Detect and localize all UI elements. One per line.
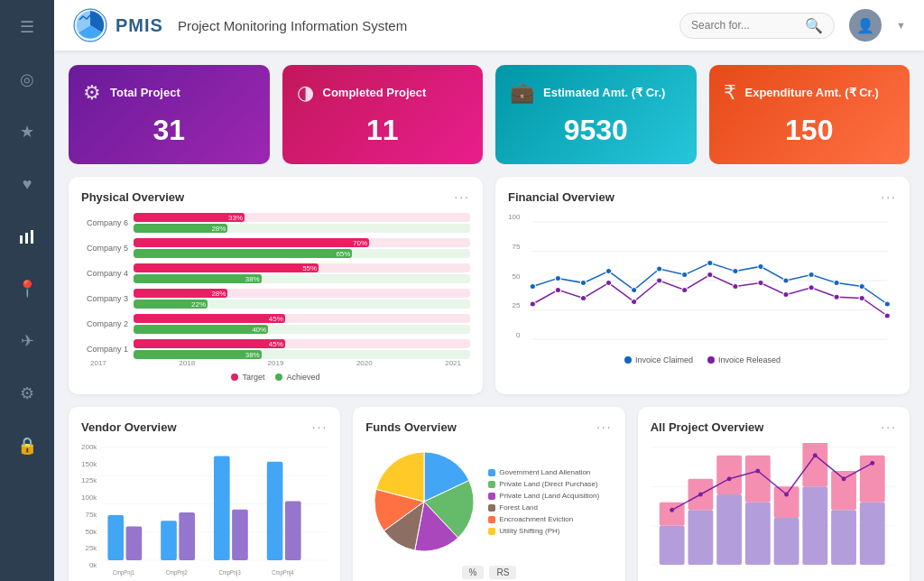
search-box[interactable]: 🔍 bbox=[679, 13, 835, 39]
svg-rect-70 bbox=[802, 486, 827, 565]
star-icon[interactable]: ★ bbox=[11, 115, 43, 148]
svg-rect-74 bbox=[860, 503, 885, 565]
settings-icon[interactable]: ⚙ bbox=[11, 377, 43, 410]
phys-achieved-legend: Achieved bbox=[286, 373, 319, 382]
funds-overview-more[interactable]: ··· bbox=[596, 420, 613, 434]
funds-legend-item: Government Land Alienation bbox=[488, 468, 599, 476]
svg-point-22 bbox=[859, 284, 864, 290]
vendor-y-label: 75k bbox=[81, 511, 97, 519]
bar-chart-icon[interactable] bbox=[11, 220, 43, 253]
vendor-y-label: 200k bbox=[81, 443, 97, 451]
phys-row: Company 5 70% 65% bbox=[81, 238, 470, 258]
svg-rect-54 bbox=[285, 501, 301, 560]
svg-rect-69 bbox=[773, 486, 799, 518]
svg-point-26 bbox=[581, 296, 587, 301]
vendor-y-label: 125k bbox=[81, 476, 97, 484]
svg-rect-51 bbox=[233, 510, 249, 560]
physical-overview-chart: Company 6 33% 28% Company 5 70% bbox=[81, 213, 470, 359]
svg-point-81 bbox=[813, 453, 818, 457]
user-dropdown-icon[interactable]: ▼ bbox=[896, 20, 906, 31]
svg-point-27 bbox=[606, 281, 612, 286]
phys-company-label: Company 6 bbox=[81, 218, 128, 227]
svg-rect-60 bbox=[659, 526, 684, 565]
phys-row: Company 4 55% 38% bbox=[81, 263, 470, 283]
svg-point-19 bbox=[783, 278, 789, 283]
svg-point-77 bbox=[698, 493, 703, 497]
phys-company-label: Company 4 bbox=[81, 269, 128, 278]
location-icon[interactable]: 📍 bbox=[11, 272, 43, 305]
svg-point-33 bbox=[758, 281, 763, 286]
svg-point-76 bbox=[670, 508, 674, 512]
phys-company-label: Company 3 bbox=[81, 294, 128, 303]
svg-text:CmpPnj3: CmpPnj3 bbox=[219, 569, 242, 577]
fin-claimed-legend: Invoice Claimed bbox=[635, 355, 693, 364]
vendor-overview-title: Vendor Overview bbox=[81, 420, 177, 434]
menu-icon[interactable]: ☰ bbox=[11, 11, 43, 43]
phys-company-label: Company 2 bbox=[81, 319, 128, 328]
completed-project-icon: ◑ bbox=[297, 81, 314, 105]
total-project-icon: ⚙ bbox=[83, 81, 101, 105]
phys-row: Company 1 45% 38% bbox=[81, 339, 470, 359]
svg-text:CmpPnj2: CmpPnj2 bbox=[166, 569, 189, 577]
svg-text:CmpPnj1: CmpPnj1 bbox=[113, 569, 135, 577]
phys-year-label: 2020 bbox=[356, 359, 373, 367]
svg-rect-68 bbox=[773, 518, 799, 565]
funds-legend-item: Private Land (Direct Purchase) bbox=[488, 480, 599, 488]
sidebar: ☰ ◎ ★ ♥ 📍 ✈ ⚙ 🔒 bbox=[0, 0, 54, 581]
header: PMIS Project Monitoring Information Syst… bbox=[54, 0, 924, 51]
physical-overview-card: Physical Overview ··· Company 6 33% 28% … bbox=[69, 177, 483, 394]
phys-year-label: 2021 bbox=[445, 359, 461, 367]
svg-point-16 bbox=[707, 261, 713, 266]
funds-overview-title: Funds Overview bbox=[365, 420, 456, 434]
total-project-label: Total Project bbox=[110, 86, 180, 101]
heart-icon[interactable]: ♥ bbox=[11, 168, 43, 200]
estimated-amt-card: 💼 Estimated Amt. (₹ Cr.) 9530 bbox=[495, 65, 697, 164]
svg-rect-71 bbox=[802, 443, 827, 486]
svg-point-15 bbox=[682, 272, 688, 278]
completed-project-value: 11 bbox=[297, 114, 469, 147]
svg-rect-0 bbox=[20, 235, 23, 244]
fin-y-label: 100 bbox=[508, 213, 520, 221]
funds-rs-button[interactable]: RS bbox=[489, 566, 516, 579]
svg-point-18 bbox=[758, 263, 763, 269]
expenditure-amt-label: Expenditure Amt. (₹ Cr.) bbox=[745, 86, 879, 101]
user-avatar[interactable]: 👤 bbox=[849, 9, 882, 42]
financial-overview-more[interactable]: ··· bbox=[881, 189, 897, 204]
estimated-amt-value: 9530 bbox=[510, 114, 682, 147]
svg-point-82 bbox=[841, 476, 845, 481]
all-project-more[interactable]: ··· bbox=[881, 420, 897, 434]
svg-point-12 bbox=[606, 269, 612, 274]
svg-rect-64 bbox=[716, 494, 742, 565]
svg-rect-2 bbox=[31, 230, 33, 244]
svg-point-31 bbox=[707, 272, 713, 278]
funds-overview-card: Funds Overview ··· Government Land Alien… bbox=[353, 407, 624, 581]
funds-pct-button[interactable]: % bbox=[462, 566, 485, 579]
lock-icon[interactable]: 🔒 bbox=[11, 429, 43, 462]
stat-cards: ⚙ Total Project 31 ◑ Completed Project 1… bbox=[69, 65, 910, 164]
header-title: Project Monitoring Information System bbox=[178, 18, 407, 33]
svg-point-14 bbox=[657, 266, 662, 272]
send-icon[interactable]: ✈ bbox=[11, 325, 43, 357]
search-input[interactable] bbox=[691, 19, 799, 32]
globe-icon[interactable]: ◎ bbox=[11, 63, 43, 96]
svg-point-34 bbox=[783, 292, 789, 298]
physical-overview-more[interactable]: ··· bbox=[454, 189, 470, 204]
completed-project-card: ◑ Completed Project 11 bbox=[282, 65, 484, 164]
svg-point-24 bbox=[531, 301, 536, 307]
vendor-overview-more[interactable]: ··· bbox=[312, 420, 328, 434]
financial-overview-card: Financial Overview ··· 1007550250 Invoic… bbox=[495, 177, 910, 394]
fin-y-label: 50 bbox=[508, 272, 520, 281]
svg-point-17 bbox=[733, 269, 738, 274]
physical-overview-title: Physical Overview bbox=[81, 190, 184, 204]
vendor-y-label: 50k bbox=[81, 528, 97, 536]
all-project-title: All Project Overview bbox=[651, 420, 764, 434]
all-project-overview-card: All Project Overview ··· Pending Complet… bbox=[638, 407, 910, 581]
svg-text:CmpPnj4: CmpPnj4 bbox=[273, 569, 295, 577]
vendor-y-label: 100k bbox=[81, 493, 97, 502]
svg-point-30 bbox=[682, 287, 688, 292]
expenditure-amt-icon: ₹ bbox=[724, 81, 736, 105]
phys-year-label: 2017 bbox=[90, 359, 106, 367]
phys-year-label: 2019 bbox=[268, 359, 284, 367]
total-project-card: ⚙ Total Project 31 bbox=[69, 65, 270, 164]
svg-point-23 bbox=[885, 301, 891, 307]
